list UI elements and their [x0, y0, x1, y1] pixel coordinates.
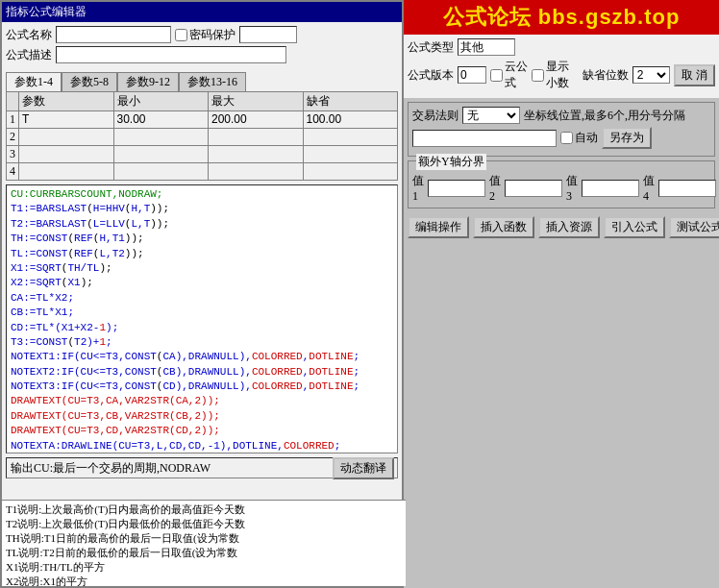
- param-min-1[interactable]: [117, 112, 206, 126]
- table-row: 4: [7, 163, 398, 181]
- code-line-13: NOTEXT2:IF(CU<=T3,CONST(CB),DRAWNULL),CO…: [11, 365, 393, 380]
- edit-ops-button[interactable]: 编辑操作: [408, 216, 469, 238]
- formula-version-input[interactable]: [458, 66, 486, 84]
- password-protect-checkbox[interactable]: [175, 29, 187, 41]
- tab-params-13-16[interactable]: 参数13-16: [179, 72, 246, 91]
- tab-params-5-8[interactable]: 参数5-8: [62, 72, 117, 91]
- col-header-default: 缺省: [303, 92, 398, 111]
- code-line-4: TH:=CONST(REF(H,T1));: [11, 232, 393, 246]
- table-row: 3: [7, 146, 398, 163]
- code-line-3: T2:=BARSLAST(L=LLV(L,T));: [11, 217, 393, 232]
- form-area: 公式名称 自动涨跌标尺 密码保护 公式描述 跳单 下载找WWW.GPXIAZAI…: [2, 22, 402, 70]
- cloud-formula-label: 云公式: [490, 59, 528, 91]
- val4-label: 值4: [643, 173, 655, 204]
- params-tabs: 参数1-4 参数5-8 参数9-12 参数13-16: [2, 70, 402, 91]
- code-line-2: T1:=BARSLAST(H=HHV(H,T));: [11, 202, 393, 216]
- auto-label: 自动: [560, 130, 598, 146]
- param-min-4[interactable]: [117, 164, 206, 178]
- code-line-9: CB:=TL*X1;: [11, 306, 393, 320]
- formula-desc-input[interactable]: 跳单 下载找WWW.GPXIAZAI.COM: [56, 46, 286, 63]
- tab-params-9-12[interactable]: 参数9-12: [117, 72, 179, 91]
- code-line-11: T3:=CONST(T2)+1;: [11, 335, 393, 350]
- code-line-17: DRAWTEXT(CU=T3,CD,VAR2STR(CD,2));: [11, 424, 393, 438]
- formula-type-row: 公式类型: [408, 38, 715, 56]
- formula-desc-row: 公式描述 跳单 下载找WWW.GPXIAZAI.COM: [6, 46, 398, 63]
- dynamic-translate-btn[interactable]: 动态翻译: [333, 457, 394, 479]
- col-header-name: 参数: [19, 92, 114, 111]
- watermark-banner: 公式论坛 bbs.gszb.top: [404, 0, 719, 35]
- formula-name-row: 公式名称 自动涨跌标尺 密码保护: [6, 26, 398, 43]
- param-default-3[interactable]: [307, 147, 395, 160]
- val1-input[interactable]: [428, 180, 485, 197]
- extra-axis-row: 值1 值2 值3 值4: [412, 173, 710, 204]
- code-line-6: X1:=SQRT(TH/TL);: [11, 261, 393, 276]
- param-max-2[interactable]: [211, 130, 300, 143]
- formula-name-input[interactable]: 自动涨跌标尺: [56, 26, 171, 43]
- table-row: 2: [7, 129, 398, 146]
- right-panel: 公式类型 公式版本 云公式 显示小数 缺省位数 234 取 消 交易法则: [404, 35, 719, 588]
- right-form: 公式类型 公式版本 云公式 显示小数 缺省位数 234 取 消: [404, 35, 719, 98]
- status-line-3: TH说明:T1日前的最高价的最后一日取值(设为常数: [6, 531, 402, 546]
- insert-resource-button[interactable]: 插入资源: [538, 216, 600, 238]
- password-input[interactable]: [239, 26, 297, 43]
- ok-button[interactable]: 取 消: [674, 64, 715, 86]
- code-line-16: DRAWTEXT(CU=T3,CB,VAR2STR(CB,2));: [11, 409, 393, 424]
- trade-rule-row: 交易法则 无 坐标线位置,最多6个,用分号分隔: [412, 107, 710, 124]
- save-digits-select[interactable]: 234: [632, 66, 670, 84]
- row-num-2: 2: [7, 129, 19, 146]
- param-max-3[interactable]: [211, 147, 300, 160]
- params-table: 参数 最小 最大 缺省 1 2 3: [6, 91, 398, 181]
- code-line-12: NOTEXT1:IF(CU<=T3,CONST(CA),DRAWNULL),CO…: [11, 350, 393, 364]
- code-line-1: CU:CURRBARSCOUNT,NODRAW;: [11, 187, 393, 202]
- formula-version-label: 公式版本: [408, 67, 454, 84]
- formula-type-label: 公式类型: [408, 39, 454, 56]
- show-small-checkbox[interactable]: [532, 69, 544, 82]
- tab-params-1-4[interactable]: 参数1-4: [6, 72, 62, 91]
- param-name-3[interactable]: [22, 147, 111, 160]
- code-line-15: DRAWTEXT(CU=T3,CA,VAR2STR(CA,2));: [11, 394, 393, 408]
- status-line-2: T2说明:上次最低价(T)日内最低价的最低值距今天数: [6, 517, 402, 531]
- formula-desc-label: 公式描述: [6, 47, 52, 63]
- param-max-4[interactable]: [211, 164, 300, 178]
- window-title: 指标公式编辑器: [6, 4, 87, 20]
- param-name-2[interactable]: [22, 130, 111, 143]
- save-digits-label: 缺省位数: [583, 67, 629, 84]
- coordinate-input[interactable]: [412, 130, 557, 147]
- toolbar: 编辑操作 插入函数 插入资源 引入公式 测试公式: [404, 212, 719, 242]
- row-num-4: 4: [7, 163, 19, 181]
- param-name-1[interactable]: [22, 112, 111, 126]
- val2-input[interactable]: [505, 180, 562, 197]
- val3-label: 值3: [566, 173, 578, 204]
- formula-name-label: 公式名称: [6, 27, 52, 43]
- param-default-2[interactable]: [307, 130, 395, 143]
- cloud-formula-checkbox[interactable]: [490, 69, 503, 82]
- param-min-3[interactable]: [117, 147, 206, 160]
- main-window: 指标公式编辑器 公式名称 自动涨跌标尺 密码保护 公式描述 跳单 下载找WWW.…: [0, 0, 404, 588]
- code-line-18: NOTEXTA:DRAWLINE(CU=T3,L,CD,CD,-1),DOTLI…: [11, 439, 393, 453]
- param-max-1[interactable]: [211, 112, 300, 126]
- save-as-button[interactable]: 另存为: [602, 127, 652, 149]
- row-num-3: 3: [7, 146, 19, 163]
- auto-checkbox[interactable]: [560, 132, 573, 144]
- show-small-label: 显示小数: [532, 59, 578, 91]
- status-line-6: X2说明:X1的平方: [6, 575, 402, 586]
- row-num-1: 1: [7, 111, 19, 129]
- import-formula-button[interactable]: 引入公式: [604, 216, 665, 238]
- formula-version-row: 公式版本 云公式 显示小数 缺省位数 234 取 消: [408, 59, 715, 91]
- param-default-4[interactable]: [307, 164, 395, 178]
- extra-axis-section: 额外Y轴分界 值1 值2 值3 值4: [408, 160, 715, 208]
- trade-rule-select[interactable]: 无: [462, 107, 520, 124]
- coordinate-row: 自动 另存为: [412, 127, 710, 149]
- insert-func-button[interactable]: 插入函数: [473, 216, 534, 238]
- param-default-1[interactable]: [307, 112, 395, 126]
- param-name-4[interactable]: [22, 164, 111, 178]
- formula-type-input[interactable]: [458, 38, 515, 56]
- test-formula-button[interactable]: 测试公式: [669, 216, 719, 238]
- param-min-2[interactable]: [117, 130, 206, 143]
- code-editor[interactable]: CU:CURRBARSCOUNT,NODRAW; T1:=BARSLAST(H=…: [6, 184, 398, 453]
- password-protect-label: 密码保护: [175, 27, 236, 43]
- val4-input[interactable]: [658, 180, 716, 197]
- val3-input[interactable]: [582, 180, 639, 197]
- trade-rule-section: 交易法则 无 坐标线位置,最多6个,用分号分隔 自动 另存为: [408, 102, 715, 157]
- status-line-1: T1说明:上次最高价(T)日内最高价的最高值距今天数: [6, 502, 402, 517]
